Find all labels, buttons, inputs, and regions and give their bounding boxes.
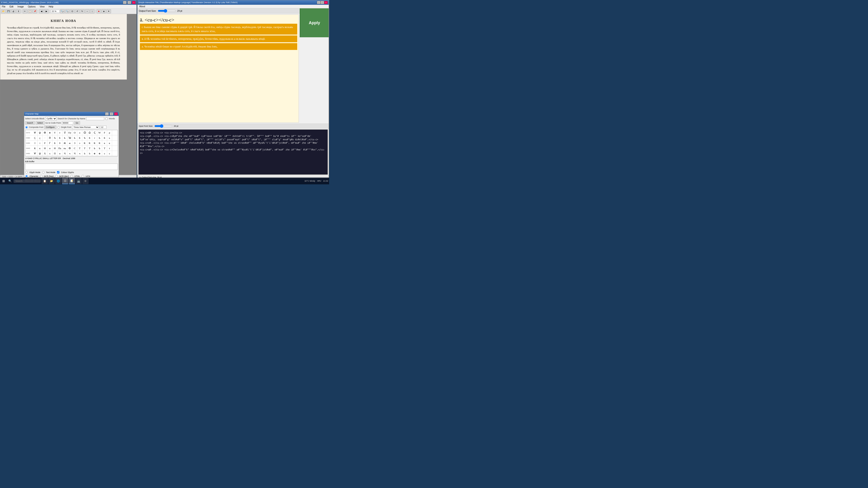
char-cell[interactable]: б: [57, 140, 62, 145]
search-button[interactable]: Search: [25, 121, 35, 125]
charmap-maximize-btn[interactable]: □: [110, 112, 113, 116]
char-cell[interactable]: Ь: [72, 135, 77, 140]
html-radio[interactable]: [70, 175, 73, 177]
char-cell[interactable]: X: [42, 151, 48, 156]
char-cell[interactable]: Ѳ: [42, 130, 48, 135]
glyph-mode-radio[interactable]: [25, 171, 28, 173]
char-cell[interactable]: ѱ: [37, 151, 42, 156]
char-cell[interactable]: Oy: [67, 130, 72, 135]
translit-maximize-btn[interactable]: □: [320, 1, 324, 4]
char-cell[interactable]: Т: [77, 146, 82, 151]
char-cell[interactable]: Ь: [92, 146, 97, 151]
toolbar-copy[interactable]: 📋: [28, 9, 32, 13]
char-cell[interactable]: O: [72, 130, 77, 135]
char-cell[interactable]: Ꙑ: [67, 135, 72, 140]
char-cell[interactable]: Ѱ: [33, 151, 37, 156]
words-checkbox[interactable]: [105, 118, 107, 120]
char-cell[interactable]: н: [48, 146, 53, 151]
toolbar-flip-v[interactable]: ↕: [90, 9, 94, 13]
char-cell[interactable]: Π: [53, 151, 57, 156]
composite-radio[interactable]: [25, 126, 28, 128]
char-cell[interactable]: Б: [53, 140, 57, 145]
char-cell[interactable]: ѱ: [37, 130, 42, 135]
char-cell[interactable]: Ч: [72, 151, 77, 156]
char-cell[interactable]: Т: [87, 146, 92, 151]
menu-edit[interactable]: Edit: [9, 5, 14, 8]
char-cell[interactable]: К: [82, 140, 87, 145]
toolbar-flip-h[interactable]: ↔: [85, 9, 90, 13]
taskbar-app-2[interactable]: 📁: [49, 178, 55, 184]
char-cell[interactable]: К: [92, 140, 97, 145]
char-cell[interactable]: Ж: [62, 140, 67, 145]
toolbar-zoom-in[interactable]: 🔍+: [60, 9, 65, 13]
select-button[interactable]: Select: [36, 121, 44, 125]
char-cell[interactable]: r: [92, 135, 97, 140]
char-cell[interactable]: З: [72, 140, 77, 145]
taskbar-app-3[interactable]: 🌐: [55, 178, 61, 184]
char-cell[interactable]: Б: [102, 135, 107, 140]
char-cell[interactable]: п: [57, 151, 62, 156]
colour-glyphs-check[interactable]: [57, 171, 59, 173]
taskbar-app-4[interactable]: 🖼: [62, 178, 68, 184]
char-cell[interactable]: Б: [87, 135, 92, 140]
char-cell[interactable]: є: [107, 151, 112, 156]
char-cell[interactable]: ·: [42, 135, 48, 140]
toolbar-print[interactable]: 🖨: [11, 9, 16, 13]
char-cell[interactable]: Ъ: [53, 135, 57, 140]
toolbar-info[interactable]: ℹ: [16, 9, 21, 13]
toolbar-open[interactable]: 📂: [1, 9, 6, 13]
char-cell[interactable]: h: [87, 151, 92, 156]
char-cell[interactable]: ç: [37, 135, 42, 140]
char-cell[interactable]: Н: [42, 146, 48, 151]
ucn-radio[interactable]: [82, 175, 84, 177]
char-cell[interactable]: Ѿ: [82, 130, 87, 135]
char-cell[interactable]: W: [97, 130, 102, 135]
char-cell[interactable]: Ѱ: [33, 130, 37, 135]
char-cell[interactable]: Ѳ: [67, 146, 72, 151]
font-size-input[interactable]: [100, 126, 106, 129]
charmap-close-btn[interactable]: ×: [114, 112, 118, 116]
close-btn[interactable]: ×: [132, 1, 135, 4]
toolbar-cut[interactable]: ✂: [23, 9, 27, 13]
menu-help[interactable]: Help: [48, 5, 54, 8]
char-cell[interactable]: є: [102, 151, 107, 156]
taskbar-app-6[interactable]: 💻: [75, 178, 82, 184]
about-menu[interactable]: About: [139, 5, 145, 8]
charmap-minimize-btn[interactable]: —: [105, 112, 109, 116]
toolbar-next[interactable]: ▶: [44, 9, 49, 13]
char-cell[interactable]: ч: [67, 151, 72, 156]
char-cell[interactable]: І: [33, 140, 37, 145]
char-cell[interactable]: Ъ: [82, 135, 87, 140]
translit-minimize-btn[interactable]: —: [317, 1, 320, 4]
char-cell[interactable]: h: [82, 151, 87, 156]
taskbar-app-7[interactable]: ⚙: [82, 178, 89, 184]
charmap-search-input[interactable]: [86, 117, 104, 120]
char-cell[interactable]: Т: [102, 146, 107, 151]
translit-close-btn[interactable]: ×: [324, 1, 328, 4]
char-cell[interactable]: Б: [57, 135, 62, 140]
unicode-block-select[interactable]: Cyrillic: [45, 117, 57, 121]
font-select[interactable]: Times New Roman: [72, 125, 99, 129]
ncr-dec-radio[interactable]: [55, 175, 57, 177]
char-cell[interactable]: т: [107, 146, 112, 151]
toolbar-sharpen[interactable]: ◈: [101, 9, 106, 13]
taskbar-search-input[interactable]: [13, 180, 41, 183]
menu-image[interactable]: Image: [17, 5, 24, 8]
goto-input[interactable]: [62, 121, 73, 125]
char-cell[interactable]: к: [102, 140, 107, 145]
char-cell[interactable]: Ҁ: [92, 130, 97, 135]
char-cell[interactable]: ь: [107, 135, 112, 140]
menu-file[interactable]: File: [1, 5, 6, 8]
char-cell[interactable]: С: [72, 146, 77, 151]
char-cell[interactable]: v: [57, 130, 62, 135]
zoom-input[interactable]: [51, 10, 60, 13]
output-font-size-slider[interactable]: [158, 9, 176, 13]
char-cell[interactable]: Ç: [33, 135, 37, 140]
toolbar-zoom-out[interactable]: 🔍-: [65, 9, 70, 13]
char-cell[interactable]: ѳ: [48, 130, 53, 135]
char-cell[interactable]: ѳ: [97, 151, 102, 156]
ncr-hex-radio[interactable]: [40, 175, 42, 177]
char-cell[interactable]: V̈: [62, 130, 67, 135]
char-cell[interactable]: Ѓ: [48, 140, 53, 145]
go-button[interactable]: Go: [74, 121, 80, 125]
